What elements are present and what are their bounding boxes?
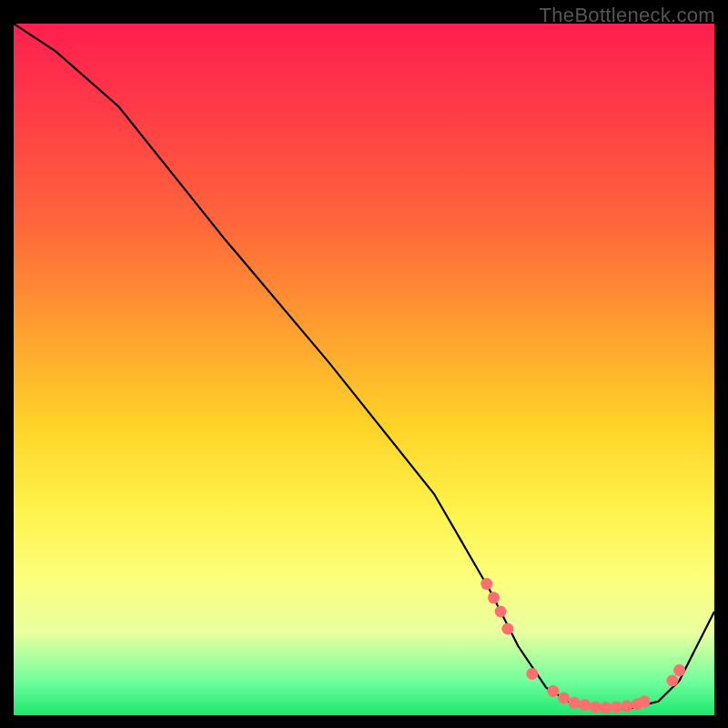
- marker-dot: [590, 701, 602, 713]
- curve-svg: [14, 24, 714, 715]
- marker-dot: [501, 623, 513, 635]
- marker-dot: [558, 693, 570, 704]
- marker-dot: [611, 701, 622, 713]
- marker-dot: [579, 699, 591, 711]
- marker-dot: [621, 701, 632, 713]
- marker-dot: [666, 675, 678, 687]
- chart-container: TheBottleneck.com: [0, 0, 728, 728]
- marker-dot: [488, 592, 500, 603]
- marker-dot: [639, 695, 651, 707]
- marker-dot: [600, 702, 612, 713]
- marker-dot: [547, 685, 559, 697]
- marker-dot: [569, 697, 581, 709]
- marker-group: [480, 578, 685, 713]
- marker-dot: [495, 606, 507, 618]
- marker-dot: [632, 698, 643, 710]
- curve-line: [14, 24, 714, 708]
- plot-area: [14, 24, 714, 715]
- marker-dot: [480, 578, 492, 590]
- marker-dot: [526, 668, 538, 680]
- marker-dot: [673, 664, 685, 676]
- watermark-text: TheBottleneck.com: [540, 4, 715, 27]
